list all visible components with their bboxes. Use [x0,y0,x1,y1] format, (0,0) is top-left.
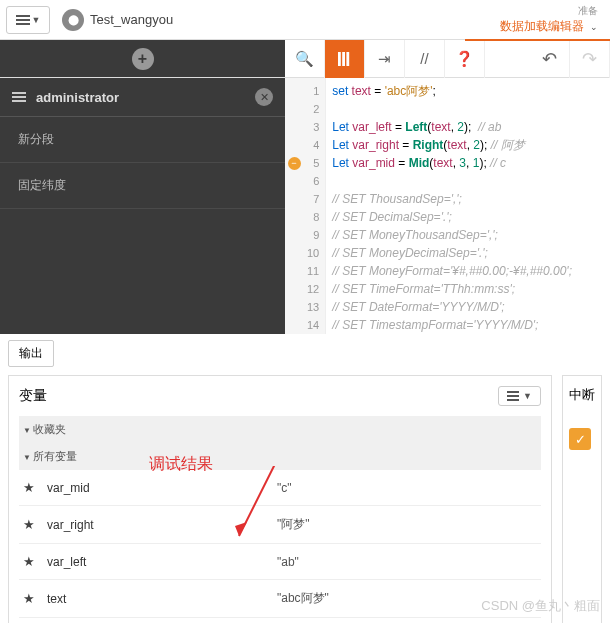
play-icon [338,52,352,66]
search-button[interactable]: 🔍 [285,40,325,78]
chevron-down-icon: ▼ [523,391,532,401]
main-menu-button[interactable]: ▼ [6,6,50,34]
redo-icon: ↷ [582,48,597,70]
favorites-section[interactable]: 收藏夹 [19,416,541,443]
variable-value: "ab" [277,555,299,569]
plus-icon: + [132,48,154,70]
section-title: administrator [36,90,119,105]
comment-icon: // [420,50,428,67]
variables-menu-button[interactable]: ▼ [498,386,541,406]
star-icon[interactable]: ★ [23,517,35,532]
status-prep: 准备 [500,4,598,18]
variable-row[interactable]: ★var_left"ab" [19,544,541,580]
output-tab[interactable]: 输出 [8,340,54,367]
indent-icon: ⇥ [378,50,391,68]
variable-row[interactable]: ★text"abc阿梦" [19,580,541,618]
indent-button[interactable]: ⇥ [365,40,405,78]
variable-name: text [47,592,277,606]
editor-mode-label: 数据加载编辑器 [500,18,584,35]
chevron-down-icon: ▼ [32,15,41,25]
hamburger-icon [16,19,30,21]
undo-button[interactable]: ↶ [530,40,570,78]
app-icon: ⬤ [62,9,84,31]
breakpoint-check[interactable]: ✓ [569,428,591,450]
sidebar-item-fixed-dim[interactable]: 固定纬度 [0,163,285,209]
search-icon: 🔍 [295,50,314,68]
variable-value: "阿梦" [277,516,310,533]
breakpoints-title: 中断 [569,386,595,404]
variable-value: "abc阿梦" [277,590,329,607]
sidebar-item-new-section[interactable]: 新分段 [0,117,285,163]
editor-mode-dropdown[interactable]: 数据加载编辑器 ⌄ [500,18,598,35]
run-button[interactable] [325,40,365,78]
variables-title: 变量 [19,387,47,405]
undo-icon: ↶ [542,48,557,70]
chevron-down-icon: ⌄ [590,22,598,32]
close-button[interactable]: ✕ [255,88,273,106]
variable-row[interactable]: ★var_mid"c" [19,470,541,506]
help-icon: ❓ [455,50,474,68]
variable-name: var_mid [47,481,277,495]
comment-button[interactable]: // [405,40,445,78]
variable-name: var_right [47,518,277,532]
all-vars-section[interactable]: 所有变量 [19,443,541,470]
watermark: CSDN @鱼丸丶粗面 [481,597,600,615]
hamburger-icon [507,395,519,397]
add-section-button[interactable]: + [0,40,285,77]
code-editor[interactable]: − 1234567891011121314 set text = 'abc阿梦'… [285,78,610,334]
redo-button[interactable]: ↷ [570,40,610,78]
breakpoints-panel: 中断 ✓ [562,375,602,623]
variables-panel: 变量 ▼ 收藏夹 所有变量 ★var_mid"c"★var_right"阿梦"★… [8,375,552,623]
app-name: Test_wangyou [90,12,173,27]
star-icon[interactable]: ★ [23,591,35,606]
variable-name: var_left [47,555,277,569]
hamburger-icon [12,96,26,98]
star-icon[interactable]: ★ [23,554,35,569]
variable-row[interactable]: ★var_right"阿梦" [19,506,541,544]
help-button[interactable]: ❓ [445,40,485,78]
star-icon[interactable]: ★ [23,480,35,495]
variable-value: "c" [277,481,292,495]
